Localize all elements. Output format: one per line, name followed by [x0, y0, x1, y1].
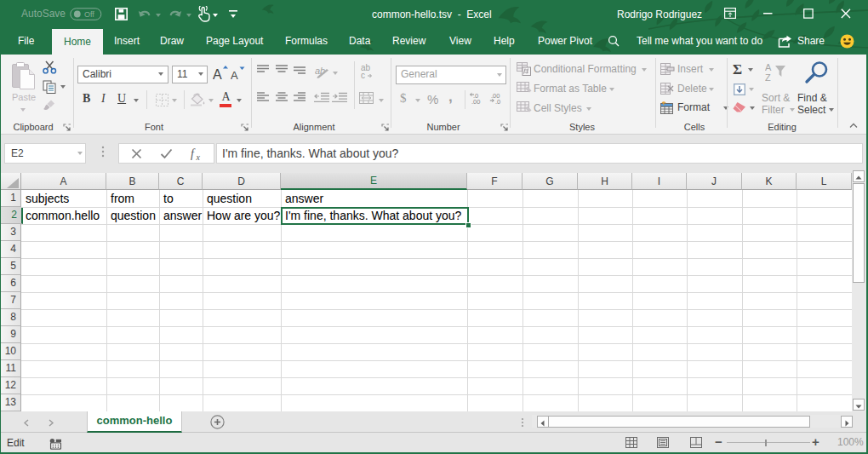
svg-text:Off: Off	[84, 10, 94, 19]
svg-text:c: c	[361, 71, 365, 80]
svg-text:ab: ab	[315, 66, 325, 76]
svg-text:A: A	[765, 62, 772, 72]
svg-text:.0: .0	[495, 98, 500, 105]
svg-text:A: A	[231, 69, 238, 82]
svg-text:Z: Z	[765, 72, 771, 83]
svg-text:.00: .00	[471, 98, 480, 105]
svg-text:x: x	[196, 152, 201, 162]
svg-text:f: f	[191, 147, 196, 160]
svg-text:A: A	[213, 67, 222, 82]
